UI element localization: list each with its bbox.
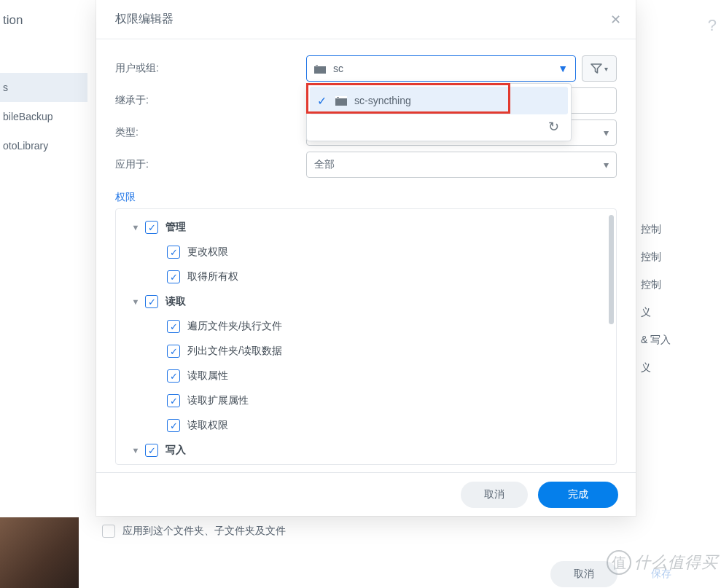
collapse-icon[interactable]: ▼	[130, 297, 141, 306]
caret-down-icon: ▾	[604, 159, 609, 170]
tree-label: 遍历文件夹/执行文件	[187, 320, 282, 333]
user-group-dropdown: ✓ sc-syncthing ↻	[306, 83, 572, 141]
user-or-group-select[interactable]: sc ▼	[306, 55, 576, 82]
checkbox-icon[interactable]	[102, 525, 115, 538]
tree-item[interactable]: ▼✓ 读取属性	[152, 364, 616, 388]
checkbox-icon[interactable]: ✓	[167, 345, 180, 358]
checkbox-label: 应用到这个文件夹、子文件夹及文件	[122, 525, 286, 538]
check-icon: ✓	[317, 94, 327, 108]
bg-right-item: 义	[641, 299, 692, 326]
help-icon[interactable]: ?	[708, 16, 717, 35]
bg-sidebar: s bileBackup otoLibrary	[0, 73, 87, 160]
checkbox-icon[interactable]: ✓	[167, 320, 180, 333]
checkbox-icon[interactable]: ✓	[145, 221, 158, 234]
tree-label: 管理	[165, 221, 186, 234]
refresh-icon: ↻	[548, 119, 559, 135]
apply-recursive-checkbox[interactable]: 应用到这个文件夹、子文件夹及文件	[102, 525, 286, 538]
tree-group-write[interactable]: ▼ ✓ 写入	[130, 438, 616, 463]
sidebar-item[interactable]: otoLibrary	[0, 131, 87, 160]
dropdown-item-sc-syncthing[interactable]: ✓ sc-syncthing	[310, 87, 568, 114]
bg-right-item: 控制	[641, 243, 692, 271]
section-permissions: 权限	[115, 191, 617, 204]
label-type: 类型:	[115, 126, 306, 139]
refresh-button[interactable]: ↻	[310, 114, 568, 138]
checkbox-icon[interactable]: ✓	[145, 444, 158, 457]
tree-group-read[interactable]: ▼ ✓ 读取	[130, 289, 616, 314]
caret-down-icon: ▾	[604, 127, 609, 138]
filter-button[interactable]: ▾	[582, 55, 617, 82]
bg-right-item: 义	[641, 354, 692, 382]
tree-item[interactable]: ▼ ✓ 取得所有权	[152, 264, 616, 289]
tree-label: 读取属性	[187, 369, 228, 383]
bg-right-item: & 写入	[641, 326, 692, 354]
collapse-icon[interactable]: ▼	[130, 446, 141, 455]
close-icon[interactable]: ✕	[610, 12, 621, 28]
checkbox-icon[interactable]: ✓	[167, 394, 180, 407]
bg-right-item: 控制	[641, 271, 692, 299]
tree-label: 读取权限	[187, 419, 228, 432]
bg-save-button[interactable]: 保存	[628, 561, 695, 587]
permission-tree: ▼ ✓ 管理 ▼ ✓ 更改权限 ▼ ✓ 取得所有权	[115, 208, 617, 465]
tree-label: 更改权限	[187, 246, 228, 259]
bg-right-column: 控制 控制 控制 义 & 写入 义	[641, 216, 692, 382]
permission-editor-dialog: 权限编辑器 ✕ 用户或组: sc ▼ ▾ 继承于:	[96, 0, 636, 516]
label-inherit: 继承于:	[115, 94, 306, 107]
checkbox-icon[interactable]: ✓	[145, 295, 158, 308]
tree-label: 取得所有权	[187, 270, 238, 283]
app-icon	[314, 64, 326, 74]
cancel-button[interactable]: 取消	[461, 482, 528, 508]
collapse-icon[interactable]: ▼	[130, 223, 141, 232]
label-user-or-group: 用户或组:	[115, 62, 306, 75]
caret-down-icon: ▼	[558, 63, 568, 74]
app-icon	[335, 96, 347, 106]
checkbox-icon[interactable]: ✓	[167, 270, 180, 283]
tree-item[interactable]: ▼ ✓ 更改权限	[152, 240, 616, 264]
checkbox-icon[interactable]: ✓	[167, 246, 180, 259]
tree-item[interactable]: ▼✓ 读取权限	[152, 413, 616, 438]
tree-group-manage[interactable]: ▼ ✓ 管理	[130, 215, 616, 240]
checkbox-icon[interactable]: ✓	[167, 369, 180, 383]
done-button[interactable]: 完成	[538, 482, 618, 508]
tree-label: 读取	[165, 295, 186, 308]
checkbox-icon[interactable]: ✓	[167, 419, 180, 432]
dropdown-item-label: sc-syncthing	[354, 95, 411, 106]
tree-item[interactable]: ▼✓ 遍历文件夹/执行文件	[152, 314, 616, 339]
tree-label: 列出文件夹/读取数据	[187, 345, 282, 358]
select-value: 全部	[314, 158, 604, 171]
select-value: sc	[333, 63, 558, 74]
sidebar-item[interactable]: bileBackup	[0, 102, 87, 131]
caret-down-icon: ▾	[604, 65, 608, 73]
dialog-title: 权限编辑器	[115, 12, 174, 27]
label-apply-to: 应用于:	[115, 158, 306, 171]
scrollbar[interactable]	[609, 215, 614, 324]
tree-item[interactable]: ▼✓ 列出文件夹/读取数据	[152, 339, 616, 364]
bg-thumbnail	[0, 517, 79, 588]
bg-cancel-button[interactable]: 取消	[550, 561, 617, 587]
funnel-icon	[591, 63, 602, 74]
bg-right-item: 控制	[641, 216, 692, 243]
tree-item[interactable]: ▼✓ 读取扩展属性	[152, 388, 616, 413]
tree-label: 写入	[165, 444, 186, 457]
sidebar-item[interactable]: s	[0, 73, 87, 102]
apply-to-select[interactable]: 全部 ▾	[306, 152, 617, 178]
tree-label: 读取扩展属性	[187, 394, 249, 407]
